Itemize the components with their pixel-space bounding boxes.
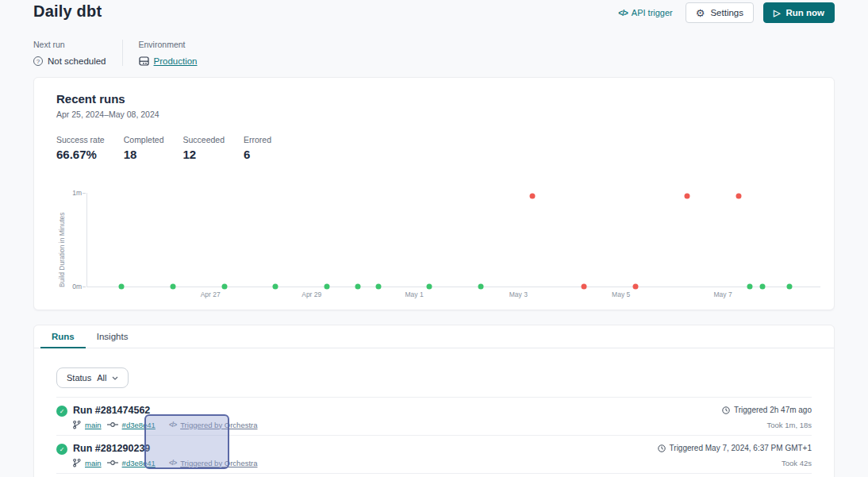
- recent-runs-title: Recent runs: [56, 92, 812, 106]
- chart-point-success[interactable]: [325, 284, 330, 290]
- chart-point-success[interactable]: [355, 284, 360, 290]
- api-trigger-link[interactable]: </> API trigger: [618, 8, 672, 17]
- runs-content: Status All ✓ Run #281474562: [34, 348, 834, 474]
- page-title: Daily dbt: [33, 2, 102, 21]
- next-run-label: Next run: [33, 40, 106, 49]
- chart-point-success[interactable]: [478, 284, 484, 290]
- commit-icon: [107, 460, 118, 466]
- commit-link[interactable]: #d3e8e41: [122, 421, 156, 429]
- tab-runs[interactable]: Runs: [40, 325, 86, 348]
- code-icon: </>: [618, 9, 627, 17]
- help-icon: ?: [33, 56, 43, 66]
- environment-link[interactable]: Production: [154, 56, 198, 66]
- success-check-icon: ✓: [56, 406, 67, 417]
- chart-x-tick: Apr 29: [301, 290, 321, 298]
- chart-point-error[interactable]: [633, 284, 639, 290]
- chart-x-tick: May 7: [714, 290, 732, 298]
- gear-icon: ⚙: [696, 8, 705, 18]
- chart-point-error[interactable]: [735, 193, 741, 198]
- recent-runs-card: Recent runs Apr 25, 2024–May 08, 2024 Su…: [33, 77, 835, 310]
- chart-y-tick-0m: 0m: [72, 283, 87, 290]
- api-trigger-label: API trigger: [632, 8, 673, 17]
- duration-text: Took 42s: [658, 459, 812, 467]
- job-page: Daily dbt </> API trigger ⚙ Settings ▷ R…: [0, 0, 868, 477]
- clock-icon: [722, 406, 730, 414]
- duration-text: Took 1m, 18s: [722, 421, 812, 429]
- chart-point-error[interactable]: [529, 193, 535, 198]
- stat-success-rate: Success rate 66.67%: [56, 135, 105, 161]
- chart-point-success[interactable]: [171, 284, 176, 290]
- chart-x-tick: May 5: [612, 290, 630, 298]
- job-meta-row: Next run ? Not scheduled Environment Pro…: [33, 40, 835, 66]
- environment-label: Environment: [139, 40, 198, 49]
- chart-point-success[interactable]: [787, 284, 793, 290]
- runs-list: ✓ Run #281474562 main: [56, 397, 812, 474]
- play-icon: ▷: [774, 9, 780, 17]
- trigger-badge[interactable]: </> Triggered by Orchestra: [164, 419, 263, 431]
- clock-icon: [658, 444, 666, 452]
- environment-section: Environment Production: [139, 40, 198, 66]
- chart-point-success[interactable]: [747, 284, 753, 290]
- chart-y-tick-1m: 1m: [72, 189, 87, 197]
- vertical-divider: [122, 40, 123, 66]
- run-title[interactable]: Run #281290239: [73, 442, 263, 455]
- stat-completed: Completed 18: [124, 135, 164, 161]
- stat-errored: Errored 6: [244, 135, 271, 161]
- status-filter-dropdown[interactable]: Status All: [56, 367, 129, 388]
- commit-icon: [107, 421, 118, 428]
- chart-point-success[interactable]: [221, 284, 227, 290]
- tab-bar: Runs Insights: [34, 325, 834, 348]
- chart-point-success[interactable]: [760, 284, 766, 290]
- build-duration-chart: Build Duration in Minutes 1m 0m Apr 27Ap…: [86, 193, 820, 287]
- settings-button[interactable]: ⚙ Settings: [686, 2, 754, 23]
- header-actions: </> API trigger ⚙ Settings ▷ Run now: [618, 2, 835, 23]
- branch-link[interactable]: main: [85, 459, 102, 467]
- chart-point-success[interactable]: [273, 284, 278, 290]
- success-check-icon: ✓: [56, 444, 67, 455]
- run-now-label: Run now: [785, 8, 824, 17]
- run-row[interactable]: ✓ Run #281474562 main: [56, 398, 812, 436]
- settings-label: Settings: [710, 8, 743, 17]
- tab-insights[interactable]: Insights: [86, 325, 140, 348]
- chart-point-error[interactable]: [684, 193, 689, 198]
- triggered-text: Triggered 2h 47m ago: [734, 404, 812, 417]
- trigger-badge-link[interactable]: Triggered by Orchestra: [180, 421, 257, 429]
- date-range: Apr 25, 2024–May 08, 2024: [56, 110, 812, 119]
- runs-card: Runs Insights Status All ✓ Run #28147456…: [33, 325, 835, 477]
- status-filter-value: All: [97, 373, 106, 383]
- next-run-value: Not scheduled: [48, 56, 106, 66]
- trigger-badge[interactable]: </> Triggered by Orchestra: [164, 457, 263, 469]
- chart-x-ticks: Apr 27Apr 29May 1May 3May 5May 7: [87, 287, 820, 299]
- chevron-down-icon: [112, 376, 118, 380]
- branch-link[interactable]: main: [85, 421, 102, 429]
- chart-point-success[interactable]: [118, 284, 124, 290]
- status-filter-label: Status: [67, 373, 91, 383]
- trigger-badge-link[interactable]: Triggered by Orchestra: [180, 459, 257, 467]
- triggered-text: Triggered May 7, 2024, 6:37 PM GMT+1: [670, 442, 812, 455]
- commit-link[interactable]: #d3e8e41: [122, 459, 156, 467]
- stats-row: Success rate 66.67% Completed 18 Succeed…: [56, 135, 812, 161]
- chart-x-tick: May 1: [405, 290, 424, 298]
- chart-x-tick: Apr 27: [201, 290, 221, 298]
- environment-icon: [139, 56, 149, 66]
- page-header: Daily dbt </> API trigger ⚙ Settings ▷ R…: [33, 0, 835, 23]
- chart-point-success[interactable]: [375, 284, 381, 290]
- code-icon: </>: [169, 459, 176, 467]
- chart-plot: 1m 0m Apr 27Apr 29May 1May 3May 5May 7: [86, 193, 820, 287]
- chart-x-tick: May 3: [509, 290, 528, 298]
- chart-point-error[interactable]: [581, 284, 586, 290]
- run-title[interactable]: Run #281474562: [73, 404, 263, 417]
- chart-point-success[interactable]: [426, 284, 432, 290]
- run-row[interactable]: ✓ Run #281290239 main: [56, 436, 812, 474]
- stat-succeeded: Succeeded 12: [182, 135, 225, 161]
- next-run-section: Next run ? Not scheduled: [33, 40, 106, 66]
- run-now-button[interactable]: ▷ Run now: [763, 2, 835, 23]
- git-branch-icon: [72, 458, 81, 467]
- chart-y-axis-label: Build Duration in Minutes: [58, 193, 66, 287]
- git-branch-icon: [72, 420, 81, 429]
- code-icon: </>: [169, 421, 176, 429]
